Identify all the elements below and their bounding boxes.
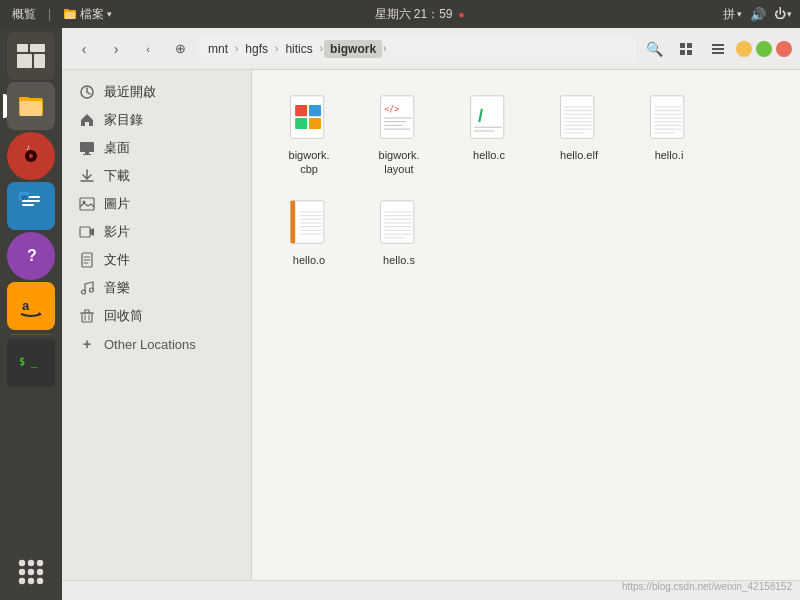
file-icon-bigwork-layout: </> [373,92,425,144]
svg-rect-56 [309,105,321,116]
top-bar-center: 星期六 21：59 ● [375,6,465,23]
sidebar-item-downloads[interactable]: 下載 [66,162,247,190]
svg-rect-38 [687,50,692,55]
taskbar-icon-music[interactable]: ♪ [7,132,55,180]
svg-text:a: a [22,298,30,313]
up-button[interactable]: ‹ [134,35,162,63]
sidebar-item-videos[interactable]: 影片 [66,218,247,246]
sidebar-label-pictures: 圖片 [104,195,235,213]
music-icon: ♪ [13,138,49,174]
svg-point-51 [90,288,94,292]
taskbar-icon-apps[interactable] [7,548,55,596]
music-sidebar-icon [78,279,96,297]
c-file-icon: / [465,94,513,142]
svg-point-33 [28,578,34,584]
volume-icon[interactable]: 🔊 [750,7,766,22]
forward-button[interactable]: › [102,35,130,63]
file-item-hello-elf[interactable]: hello.elf [538,86,620,183]
sidebar-item-pictures[interactable]: 圖片 [66,190,247,218]
status-bar [62,580,800,600]
svg-text:?: ? [27,247,37,264]
sidebar-item-trash[interactable]: 回收筒 [66,302,247,330]
taskbar-divider [11,334,51,335]
view-grid-icon [679,42,693,56]
svg-point-29 [19,569,25,575]
svg-rect-86 [291,200,324,242]
elf-file-icon [555,94,603,142]
back-button[interactable]: ‹ [70,35,98,63]
svg-rect-95 [381,200,414,242]
file-item-hello-o[interactable]: hello.o [268,191,350,273]
view-list-icon [711,42,725,56]
maximize-button[interactable]: □ [756,41,772,57]
breadcrumb-hgfs[interactable]: hgfs [239,40,274,58]
file-name-bigwork-layout: bigwork.layout [379,148,420,177]
search-button[interactable]: 🔍 [640,35,668,63]
file-item-hello-s[interactable]: hello.s [358,191,440,273]
svg-rect-36 [687,43,692,48]
svg-rect-52 [82,313,92,322]
svg-rect-41 [712,52,724,54]
svg-point-32 [19,578,25,584]
sidebar-label-trash: 回收筒 [104,307,235,325]
breadcrumb: mnt › hgfs › hitics › bigwork › [198,35,636,63]
breadcrumb-bigwork[interactable]: bigwork [324,40,382,58]
sidebar-item-desktop[interactable]: 桌面 [66,134,247,162]
svg-rect-5 [17,54,32,68]
svg-rect-17 [22,204,34,206]
file-icon-bigwork-cbp [283,92,335,144]
file-item-bigwork-layout[interactable]: </> bigwork.layout [358,86,440,183]
input-method[interactable]: 拼 ▾ [723,6,742,23]
file-name-hello-i: hello.i [655,148,684,162]
files-taskbar-icon [13,88,49,124]
taskbar-icon-terminal[interactable]: $ _ [7,339,55,387]
sidebar-item-music[interactable]: 音樂 [66,274,247,302]
svg-rect-43 [80,142,94,152]
file-item-bigwork-cbp[interactable]: bigwork.cbp [268,86,350,183]
taskbar-icon-help[interactable]: ? [7,232,55,280]
svg-rect-68 [561,96,594,138]
file-item-hello-i[interactable]: hello.i [628,86,710,183]
documents-icon [78,251,96,269]
add-icon: + [78,335,96,353]
sidebar-label-documents: 文件 [104,251,235,269]
writer-icon: W [13,188,49,224]
svg-point-30 [28,569,34,575]
breadcrumb-hitics[interactable]: hitics [279,40,318,58]
svg-rect-40 [712,48,724,50]
sidebar: 最近開啟 家目錄 桌面 [62,70,252,580]
sidebar-item-documents[interactable]: 文件 [66,246,247,274]
taskbar-bottom [7,548,55,600]
view-grid-button[interactable] [672,35,700,63]
sidebar-item-home[interactable]: 家目錄 [66,106,247,134]
taskbar-icon-writer[interactable]: W [7,182,55,230]
svg-text:$ _: $ _ [19,356,38,368]
top-bar: 概覧 | 檔案 ▾ 星期六 21：59 ● 拼 ▾ 🔊 ⏻ ▾ [0,0,800,28]
file-icon-hello-elf [553,92,605,144]
sidebar-item-other-locations[interactable]: + Other Locations [66,330,247,358]
home-icon [78,111,96,129]
svg-rect-4 [30,44,45,52]
taskbar-icon-amazon[interactable]: a [7,282,55,330]
location-button[interactable]: ⊕ [166,35,194,63]
breadcrumb-mnt[interactable]: mnt [202,40,234,58]
power-button[interactable]: ⏻ ▾ [774,7,792,21]
taskbar-icon-overview[interactable] [7,32,55,80]
svg-rect-3 [17,44,28,52]
toolbar: ‹ › ‹ ⊕ mnt › hgfs › hitics › bigwork › … [62,28,800,70]
o-file-icon [285,199,333,247]
sidebar-item-recent[interactable]: 最近開啟 [66,78,247,106]
svg-rect-35 [680,43,685,48]
file-icon-hello-i [643,92,695,144]
files-menu[interactable]: 檔案 ▾ [59,6,116,23]
taskbar-icon-files[interactable] [7,82,55,130]
file-manager: ‹ › ‹ ⊕ mnt › hgfs › hitics › bigwork › … [62,28,800,600]
view-list-button[interactable] [704,35,732,63]
file-name-bigwork-cbp: bigwork.cbp [289,148,330,177]
svg-point-26 [19,560,25,566]
downloads-icon [78,167,96,185]
overview-menu[interactable]: 概覧 [8,6,40,23]
close-button[interactable]: × [776,41,792,57]
minimize-button[interactable]: − [736,41,752,57]
file-item-hello-c[interactable]: / hello.c [448,86,530,183]
